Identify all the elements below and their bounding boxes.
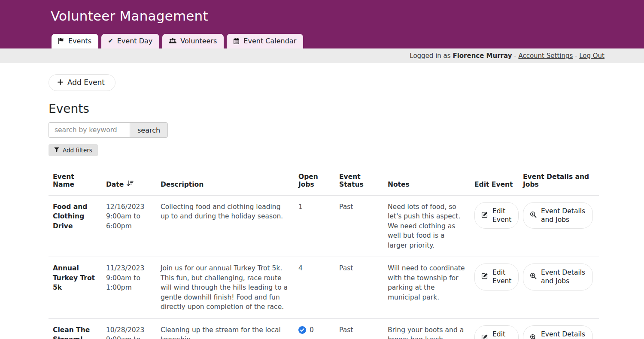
edit-pencil-icon: [481, 334, 488, 339]
event-notes-cell: Will need to coordinate with the townshi…: [383, 257, 470, 318]
tab-bar: Events ✔ Event Day Volunteers Event Cale…: [52, 34, 303, 48]
event-name-cell: Food and Clothing Drive: [49, 196, 102, 257]
users-icon: [169, 38, 176, 44]
header-event-details: Event Details and Jobs: [519, 168, 599, 196]
event-name-cell: Annual Turkey Trot 5k: [49, 257, 102, 318]
event-notes-cell: Need lots of food, so let's push this as…: [383, 196, 470, 257]
search-row: search: [49, 122, 644, 138]
edit-event-button-label: Edit Event: [492, 207, 511, 224]
sort-descending-icon[interactable]: [126, 180, 134, 188]
check-circle-icon: [298, 326, 306, 334]
edit-event-button[interactable]: Edit Event: [474, 263, 519, 290]
event-row: Annual Turkey Trot 5k11/23/20239:00am to…: [49, 257, 599, 318]
event-details-and-jobs-button[interactable]: Event Details and Jobs: [523, 202, 593, 229]
add-filters-label: Add filters: [63, 147, 92, 154]
tab-events[interactable]: Events: [52, 34, 98, 48]
header-description: Description: [156, 168, 294, 196]
edit-event-cell: Edit Event: [470, 318, 519, 339]
tab-event-calendar[interactable]: Event Calendar: [227, 34, 303, 48]
tab-volunteers[interactable]: Volunteers: [162, 34, 224, 48]
header-open-jobs: Open Jobs: [294, 168, 335, 196]
tab-volunteers-label: Volunteers: [180, 37, 217, 45]
edit-pencil-icon: [481, 272, 488, 281]
event-details-and-jobs-button[interactable]: Event Details and Jobs: [523, 263, 593, 290]
check-icon: ✔: [108, 38, 113, 44]
open-jobs-count: 1: [298, 202, 303, 212]
event-details-and-jobs-button-label: Event Details and Jobs: [541, 268, 586, 285]
separator: -: [512, 52, 518, 60]
header-event-name: Event Name: [49, 168, 102, 196]
flag-icon: [58, 38, 64, 44]
open-jobs-count: 4: [298, 263, 303, 273]
search-plus-icon: [530, 211, 537, 220]
event-details-cell: Event Details and Jobs: [519, 318, 599, 339]
search-plus-icon: [530, 272, 537, 281]
open-jobs-cell: 1: [294, 196, 335, 257]
main-content: Add Event Events search Add filters Even…: [0, 63, 644, 339]
header-date: Date: [102, 168, 156, 196]
open-jobs-cell: 4: [294, 257, 335, 318]
event-row: Food and Clothing Drive12/16/20239:00am …: [49, 196, 599, 257]
calendar-icon: [233, 38, 240, 44]
edit-event-button-label: Edit Event: [492, 268, 511, 285]
event-row: Clean The Stream!10/28/20239:00am to 11:…: [49, 318, 599, 339]
event-date-cell: 12/16/20239:00am to 6:00pm: [102, 196, 156, 257]
app-header: Volunteer Management Events ✔ Event Day …: [0, 0, 644, 48]
edit-event-cell: Edit Event: [470, 257, 519, 318]
open-jobs-cell: 0: [294, 318, 335, 339]
events-table: Event Name Date Description Open Jobs Ev…: [49, 168, 599, 339]
event-details-and-jobs-button-label: Event Details and Jobs: [541, 207, 586, 224]
open-jobs-count: 0: [310, 325, 314, 335]
account-settings-link[interactable]: Account Settings: [518, 52, 573, 60]
search-input[interactable]: [49, 122, 130, 138]
event-status-cell: Past: [335, 196, 383, 257]
edit-event-cell: Edit Event: [470, 196, 519, 257]
event-name-cell: Clean The Stream!: [49, 318, 102, 339]
header-event-status: Event Status: [335, 168, 383, 196]
page-title: Volunteer Management: [0, 0, 644, 24]
event-details-and-jobs-button-label: Event Details and Jobs: [541, 330, 586, 339]
event-details-cell: Event Details and Jobs: [519, 257, 599, 318]
search-plus-icon: [530, 334, 537, 339]
edit-pencil-icon: [481, 211, 488, 220]
event-status-cell: Past: [335, 257, 383, 318]
event-details-cell: Event Details and Jobs: [519, 196, 599, 257]
edit-event-button[interactable]: Edit Event: [474, 325, 519, 339]
header-notes: Notes: [383, 168, 470, 196]
filter-funnel-icon: [54, 147, 59, 154]
edit-event-button-label: Edit Event: [492, 330, 511, 339]
user-bar: Logged in as Florence Murray - Account S…: [0, 48, 644, 63]
event-description-cell: Collecting food and clothing leading up …: [156, 196, 294, 257]
logged-in-prefix: Logged in as: [410, 52, 453, 60]
event-date-cell: 11/23/20239:00am to 1:00pm: [102, 257, 156, 318]
tab-event-day-label: Event Day: [117, 37, 153, 45]
event-status-cell: Past: [335, 318, 383, 339]
event-date-cell: 10/28/20239:00am to 11:00am: [102, 318, 156, 339]
tab-event-day[interactable]: ✔ Event Day: [101, 34, 159, 48]
edit-event-button[interactable]: Edit Event: [474, 202, 519, 229]
separator: -: [573, 52, 579, 60]
tab-events-label: Events: [68, 37, 91, 45]
header-edit-event: Edit Event: [470, 168, 519, 196]
plus-icon: [58, 78, 63, 87]
add-event-button[interactable]: Add Event: [49, 74, 115, 91]
section-title: Events: [49, 102, 644, 116]
event-description-cell: Join us for our annual Turkey Trot 5k. T…: [156, 257, 294, 318]
event-notes-cell: Bring your boots and a brown bag lunch.: [383, 318, 470, 339]
event-description-cell: Cleaning up the stream for the local tow…: [156, 318, 294, 339]
event-details-and-jobs-button[interactable]: Event Details and Jobs: [523, 325, 593, 339]
add-event-label: Add Event: [67, 78, 105, 87]
search-button[interactable]: search: [130, 122, 168, 138]
table-header-row: Event Name Date Description Open Jobs Ev…: [49, 168, 599, 196]
username: Florence Murray: [453, 52, 512, 60]
events-table-body: Food and Clothing Drive12/16/20239:00am …: [49, 196, 599, 339]
log-out-link[interactable]: Log Out: [579, 52, 605, 60]
add-filters-button[interactable]: Add filters: [49, 144, 98, 156]
tab-event-calendar-label: Event Calendar: [243, 37, 296, 45]
